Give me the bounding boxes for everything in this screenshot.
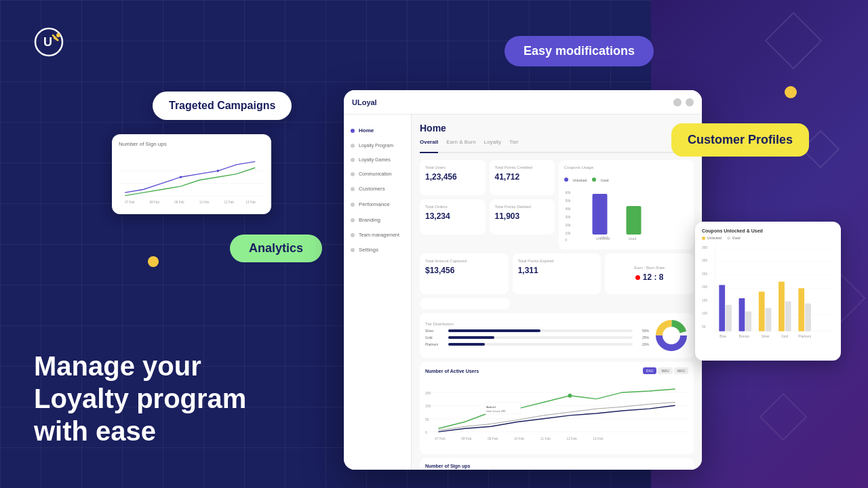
svg-text:150: 150 — [702, 299, 707, 302]
amount-label: Total Amount Captured — [425, 259, 503, 263]
svg-text:0: 0 — [425, 431, 427, 434]
small-chart-card: Number of Sign ups 07 Feb 08 Feb 09 Feb … — [112, 134, 271, 214]
sidebar-item-loyalty-games[interactable]: Loyalty Games — [344, 152, 411, 167]
stat-points-debited: Total Points Debited 11,903 — [490, 199, 555, 235]
sidebar-dot-lg — [351, 158, 355, 162]
svg-rect-72 — [726, 305, 732, 331]
svg-text:07 Feb: 07 Feb — [435, 437, 446, 441]
points-credited-label: Total Points Credited — [495, 165, 550, 169]
tier-bar-platinum-bg — [448, 343, 633, 346]
svg-text:12 Feb: 12 Feb — [567, 437, 577, 441]
sidebar-dot-comm — [351, 172, 355, 176]
sidebar-item-performance[interactable]: Performance — [344, 197, 411, 212]
tier-row-platinum: Platinum 20% — [425, 342, 649, 346]
svg-point-29 — [665, 329, 678, 342]
sidebar: Home Loyalty Program Loyalty Games Commu… — [344, 115, 412, 470]
tier-bar-silver-fill — [448, 329, 540, 332]
sidebar-item-settings[interactable]: Settings — [344, 242, 411, 258]
svg-text:40k: 40k — [566, 207, 572, 211]
tab-loyalty[interactable]: Loyalty — [484, 139, 501, 148]
svg-text:200: 200 — [425, 392, 431, 395]
stats-left: Total Users 1,23,456 Total Points Credit… — [420, 160, 555, 235]
analytics-badge: Analytics — [230, 235, 322, 262]
svg-text:350: 350 — [702, 246, 707, 249]
orders-label: Total Orders — [425, 205, 480, 209]
sidebar-item-customers[interactable]: Customers — [344, 181, 411, 197]
sidebar-item-branding[interactable]: Branding — [344, 212, 411, 228]
yellow-dot-1 — [785, 86, 797, 98]
tab-bar: Overall Earn & Burn Loyalty Tier — [420, 139, 694, 153]
svg-text:09 Feb: 09 Feb — [174, 201, 184, 204]
svg-rect-71 — [798, 288, 804, 331]
legend-label-used: Used — [601, 178, 609, 182]
tier-platinum-pct: 20% — [635, 342, 649, 346]
sidebar-dot-team — [351, 233, 355, 237]
svg-text:50: 50 — [425, 418, 429, 422]
svg-point-7 — [217, 169, 220, 172]
svg-text:50: 50 — [702, 325, 706, 329]
stat-amount: Total Amount Captured $13,456 — [420, 253, 509, 294]
tier-platinum-name: Platinum — [425, 342, 446, 346]
svg-text:50k: 50k — [566, 199, 572, 203]
svg-point-6 — [180, 176, 182, 178]
active-users-title: Number of Active Users — [425, 369, 479, 373]
sidebar-item-home[interactable]: Home — [344, 123, 411, 138]
svg-rect-68 — [739, 298, 745, 331]
tier-bar-gold-bg — [448, 336, 633, 339]
svg-text:08 Feb: 08 Feb — [150, 201, 160, 204]
mau-button[interactable]: MAU — [674, 367, 688, 374]
dau-button[interactable]: DAU — [643, 367, 657, 374]
svg-text:07 Feb: 07 Feb — [125, 201, 135, 204]
svg-rect-69 — [759, 291, 765, 331]
svg-rect-67 — [719, 285, 725, 331]
window-body: Home Loyalty Program Loyalty Games Commu… — [344, 115, 702, 470]
stat-total-users: Total Users 1,23,456 — [420, 160, 486, 195]
dau-wau-mau-buttons: DAU WAU MAU — [643, 367, 688, 374]
svg-text:150: 150 — [425, 405, 431, 408]
points-expired-value: 1,311 — [518, 266, 596, 275]
svg-text:Bronze: Bronze — [739, 335, 750, 338]
signups-chart-svg — [425, 468, 688, 470]
svg-text:Used: Used — [629, 237, 637, 241]
tab-overall[interactable]: Overall — [420, 139, 438, 153]
earn-burn-value: 12 : 8 — [635, 272, 664, 282]
points-debited-value: 11,903 — [495, 211, 550, 221]
chart-header: Number of Active Users DAU WAU MAU — [425, 367, 688, 374]
svg-rect-73 — [745, 311, 751, 331]
window-ctrl-1 — [673, 98, 682, 106]
svg-point-2 — [56, 33, 60, 37]
signups-title: Number of Sign ups — [425, 464, 688, 468]
tier-gold-name: Gold — [425, 336, 446, 340]
cr-legend-unlocked: Unlocked — [702, 236, 722, 240]
tab-earn-burn[interactable]: Earn & Burn — [446, 139, 476, 148]
main-content: Home Overall Earn & Burn Loyalty Tier To… — [412, 115, 702, 470]
svg-text:Gold: Gold — [781, 335, 789, 338]
coupons-usage-card: Coupons Usage Unlocked Used — [559, 160, 694, 249]
orders-value: 13,234 — [425, 211, 480, 221]
logo: U — [34, 27, 64, 57]
targeted-campaigns-badge: Trageted Campaigns — [153, 92, 292, 120]
logo-icon: U — [34, 27, 64, 57]
signups-card: Number of Sign ups — [420, 458, 694, 470]
cr-legend: Unlocked Used — [702, 236, 834, 240]
sidebar-item-loyalty-program[interactable]: Loyalty Program — [344, 138, 411, 152]
svg-text:U: U — [43, 35, 52, 49]
yellow-dot-2 — [148, 256, 159, 267]
cr-dot-unlocked — [702, 237, 705, 240]
placeholder-card — [420, 298, 510, 309]
earn-burn-card: Earn : Burn Rate 12 : 8 — [605, 253, 694, 294]
svg-text:20k: 20k — [566, 223, 572, 227]
small-chart-svg: 07 Feb 08 Feb 09 Feb 11 Feb 12 Feb 13 Fe… — [119, 150, 264, 207]
total-users-value: 1,23,456 — [425, 172, 480, 182]
svg-text:09 Feb: 09 Feb — [488, 437, 498, 441]
cr-dot-used — [727, 237, 730, 240]
points-expired-label: Total Points Expired — [518, 259, 596, 263]
sidebar-item-team[interactable]: Team management — [344, 228, 411, 242]
wau-button[interactable]: WAU — [658, 367, 672, 374]
svg-text:60k: 60k — [566, 190, 572, 195]
sidebar-item-communication[interactable]: Communication — [344, 167, 411, 181]
sidebar-dot-brand — [351, 218, 355, 222]
tab-tier[interactable]: Tier — [509, 139, 518, 148]
tier-gold-pct: 25% — [635, 336, 649, 340]
tier-bar-gold-fill — [448, 336, 494, 339]
